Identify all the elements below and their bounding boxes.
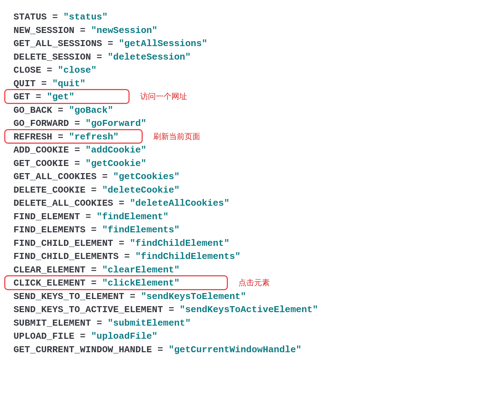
assignment-operator: = <box>80 211 97 222</box>
variable-name: FIND_ELEMENTS <box>13 225 86 235</box>
code-line: DELETE_ALL_COOKIES = "deleteAllCookies" <box>0 197 504 210</box>
string-literal: "findChildElement" <box>130 238 230 249</box>
variable-name: CLOSE <box>13 65 41 76</box>
variable-name: GET <box>13 92 30 102</box>
string-literal: "deleteAllCookies" <box>130 198 230 209</box>
code-line: ADD_COOKIE = "addCookie" <box>0 144 504 157</box>
assignment-operator: = <box>113 198 130 209</box>
code-line: GET = "get" <box>0 90 504 104</box>
code-line: SEND_KEYS_TO_ACTIVE_ELEMENT = "sendKeysT… <box>0 303 504 317</box>
assignment-operator: = <box>86 278 102 288</box>
code-line: UPLOAD_FILE = "uploadFile" <box>0 330 504 343</box>
string-literal: "sendKeysToElement" <box>141 291 246 302</box>
string-literal: "quit" <box>52 78 86 89</box>
variable-name: DELETE_SESSION <box>13 52 91 62</box>
variable-name: SEND_KEYS_TO_ACTIVE_ELEMENT <box>13 304 163 315</box>
code-line: SUBMIT_ELEMENT = "submitElement" <box>0 317 504 330</box>
annotation-label: 点击元素 <box>239 277 270 288</box>
string-literal: "clickElement" <box>102 278 180 288</box>
code-block: STATUS = "status"NEW_SESSION = "newSessi… <box>0 11 504 357</box>
assignment-operator: = <box>30 92 47 102</box>
annotation-label: 刷新当前页面 <box>153 131 200 142</box>
assignment-operator: = <box>52 105 69 116</box>
variable-name: STATUS <box>13 12 47 22</box>
variable-name: SUBMIT_ELEMENT <box>13 318 91 328</box>
assignment-operator: = <box>124 291 141 302</box>
variable-name: REFRESH <box>13 132 52 142</box>
variable-name: FIND_ELEMENT <box>13 211 80 222</box>
code-line: FIND_ELEMENTS = "findElements" <box>0 223 504 237</box>
string-literal: "sendKeysToActiveElement" <box>180 304 318 315</box>
variable-name: DELETE_ALL_COOKIES <box>13 198 113 209</box>
string-literal: "deleteSession" <box>108 52 191 62</box>
string-literal: "close" <box>58 65 97 76</box>
variable-name: FIND_CHILD_ELEMENT <box>13 238 113 249</box>
assignment-operator: = <box>69 118 86 129</box>
assignment-operator: = <box>86 265 102 275</box>
string-literal: "newSession" <box>91 25 157 36</box>
string-literal: "goBack" <box>69 105 113 116</box>
assignment-operator: = <box>52 132 69 142</box>
variable-name: FIND_CHILD_ELEMENTS <box>13 251 119 262</box>
code-line: GET_CURRENT_WINDOW_HANDLE = "getCurrentW… <box>0 343 504 357</box>
code-line: NEW_SESSION = "newSession" <box>0 24 504 38</box>
variable-name: NEW_SESSION <box>13 25 75 36</box>
assignment-operator: = <box>163 304 180 315</box>
code-line: FIND_CHILD_ELEMENTS = "findChildElements… <box>0 250 504 264</box>
variable-name: GET_COOKIE <box>13 158 69 169</box>
code-line: STATUS = "status" <box>0 11 504 24</box>
annotation-label: 访问一个网址 <box>140 91 187 102</box>
code-line: DELETE_COOKIE = "deleteCookie" <box>0 184 504 197</box>
code-line: FIND_ELEMENT = "findElement" <box>0 210 504 224</box>
string-literal: "deleteCookie" <box>102 185 180 195</box>
string-literal: "findElements" <box>102 225 180 235</box>
variable-name: GET_ALL_SESSIONS <box>13 38 102 49</box>
assignment-operator: = <box>41 65 58 76</box>
string-literal: "getCookie" <box>86 158 147 169</box>
code-line: QUIT = "quit" <box>0 77 504 91</box>
string-literal: "clearElement" <box>102 265 180 275</box>
variable-name: CLEAR_ELEMENT <box>13 265 86 275</box>
string-literal: "getCookies" <box>113 171 180 182</box>
assignment-operator: = <box>75 25 91 36</box>
assignment-operator: = <box>113 238 130 249</box>
code-line: CLEAR_ELEMENT = "clearElement" <box>0 264 504 277</box>
assignment-operator: = <box>91 318 108 328</box>
code-line: SEND_KEYS_TO_ELEMENT = "sendKeysToElemen… <box>0 290 504 304</box>
assignment-operator: = <box>102 38 119 49</box>
variable-name: UPLOAD_FILE <box>13 331 75 342</box>
string-literal: "get" <box>47 92 75 102</box>
code-line: GO_BACK = "goBack" <box>0 104 504 117</box>
variable-name: GO_FORWARD <box>13 118 69 129</box>
assignment-operator: = <box>152 344 169 355</box>
string-literal: "findElement" <box>97 211 169 222</box>
variable-name: GET_ALL_COOKIES <box>13 171 97 182</box>
variable-name: ADD_COOKIE <box>13 145 69 155</box>
string-literal: "getCurrentWindowHandle" <box>169 344 301 355</box>
code-line: FIND_CHILD_ELEMENT = "findChildElement" <box>0 237 504 250</box>
variable-name: DELETE_COOKIE <box>13 185 86 195</box>
assignment-operator: = <box>119 251 135 262</box>
assignment-operator: = <box>86 185 102 195</box>
assignment-operator: = <box>35 78 52 89</box>
code-line: DELETE_SESSION = "deleteSession" <box>0 51 504 64</box>
assignment-operator: = <box>69 145 86 155</box>
assignment-operator: = <box>75 331 91 342</box>
string-literal: "submitElement" <box>108 318 191 328</box>
code-line: REFRESH = "refresh" <box>0 131 504 144</box>
code-line: CLOSE = "close" <box>0 64 504 77</box>
assignment-operator: = <box>97 171 113 182</box>
string-literal: "status" <box>63 12 108 22</box>
code-line: GET_ALL_SESSIONS = "getAllSessions" <box>0 37 504 51</box>
string-literal: "findChildElements" <box>135 251 240 262</box>
code-line: GET_COOKIE = "getCookie" <box>0 157 504 171</box>
string-literal: "addCookie" <box>86 145 147 155</box>
variable-name: CLICK_ELEMENT <box>13 278 86 288</box>
string-literal: "uploadFile" <box>91 331 157 342</box>
string-literal: "refresh" <box>69 132 119 142</box>
assignment-operator: = <box>86 225 102 235</box>
variable-name: QUIT <box>13 78 35 89</box>
assignment-operator: = <box>91 52 108 62</box>
code-line: GO_FORWARD = "goForward" <box>0 117 504 131</box>
variable-name: GET_CURRENT_WINDOW_HANDLE <box>13 344 152 355</box>
